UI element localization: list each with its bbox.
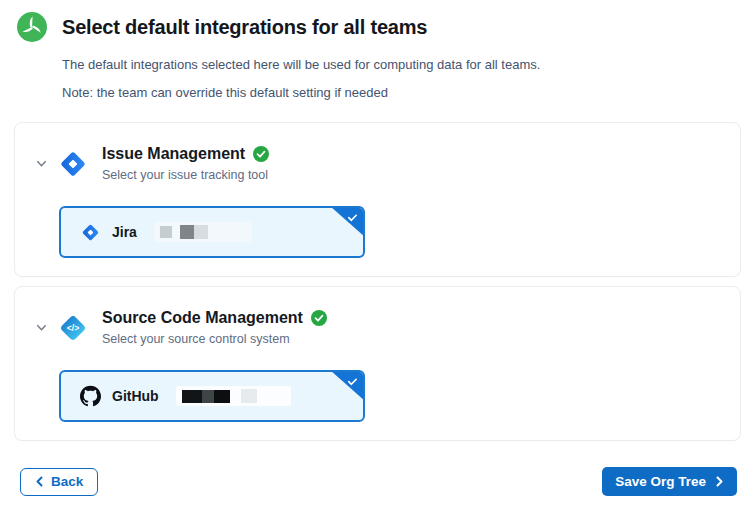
jira-diamond-icon [57, 148, 89, 180]
app-logo-icon [17, 12, 47, 42]
section-subtitle: Select your issue tracking tool [102, 168, 269, 182]
source-code-management-header: </> Source Code Management Select your s… [34, 309, 720, 346]
redacted-text [176, 386, 291, 406]
code-diamond-icon: </> [57, 312, 89, 344]
selected-check-icon [346, 375, 359, 388]
jira-icon [80, 222, 101, 243]
github-icon [80, 386, 101, 407]
page-title: Select default integrations for all team… [62, 16, 427, 39]
svg-text:</>: </> [67, 323, 79, 333]
section-title: Source Code Management [102, 309, 303, 327]
integration-name: Jira [112, 224, 137, 240]
integration-sections: Issue Management Select your issue track… [14, 122, 741, 441]
issue-management-header: Issue Management Select your issue track… [34, 145, 720, 182]
back-button[interactable]: Back [20, 468, 98, 496]
green-check-circle-icon [311, 310, 327, 326]
redacted-text [154, 222, 252, 242]
save-button-label: Save Org Tree [615, 474, 706, 489]
default-integrations-page: Select default integrations for all team… [0, 0, 755, 496]
integration-name: GitHub [112, 388, 159, 404]
page-note: Note: the team can override this default… [62, 85, 739, 100]
section-subtitle: Select your source control system [102, 332, 327, 346]
chevron-right-icon [715, 476, 724, 487]
selected-check-icon [346, 211, 359, 224]
chevron-left-icon [35, 476, 44, 487]
integration-option-jira[interactable]: Jira [59, 206, 365, 258]
back-button-label: Back [51, 474, 83, 489]
chevron-down-icon[interactable] [34, 321, 48, 335]
section-source-code-management: </> Source Code Management Select your s… [14, 286, 741, 441]
page-header: Select default integrations for all team… [0, 0, 755, 100]
section-title: Issue Management [102, 145, 245, 163]
section-issue-management: Issue Management Select your issue track… [14, 122, 741, 277]
save-org-tree-button[interactable]: Save Org Tree [602, 467, 737, 496]
integration-option-github[interactable]: GitHub [59, 370, 365, 422]
footer-actions: Back Save Org Tree [20, 467, 737, 496]
page-description: The default integrations selected here w… [62, 57, 739, 72]
chevron-down-icon[interactable] [34, 157, 48, 171]
green-check-circle-icon [253, 146, 269, 162]
